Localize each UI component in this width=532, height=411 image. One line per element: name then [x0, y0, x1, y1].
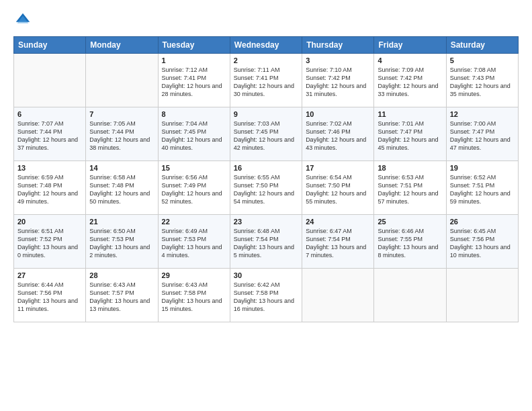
day-number: 14	[89, 164, 154, 172]
day-number: 6	[17, 110, 82, 118]
table-row: 28Sunrise: 6:43 AM Sunset: 7:57 PM Dayli…	[86, 269, 158, 322]
day-detail: Sunrise: 6:54 AM Sunset: 7:50 PM Dayligh…	[306, 173, 370, 206]
logo	[13, 11, 35, 30]
table-row: 29Sunrise: 6:43 AM Sunset: 7:58 PM Dayli…	[158, 269, 230, 322]
calendar: Sunday Monday Tuesday Wednesday Thursday…	[13, 36, 519, 322]
day-detail: Sunrise: 6:55 AM Sunset: 7:50 PM Dayligh…	[234, 173, 298, 206]
day-detail: Sunrise: 7:02 AM Sunset: 7:46 PM Dayligh…	[306, 120, 370, 152]
col-friday: Friday	[374, 37, 446, 54]
day-detail: Sunrise: 6:50 AM Sunset: 7:53 PM Dayligh…	[89, 227, 154, 260]
table-row: 17Sunrise: 6:54 AM Sunset: 7:50 PM Dayli…	[302, 161, 374, 215]
day-number: 23	[234, 218, 298, 226]
day-number: 25	[378, 218, 442, 226]
day-detail: Sunrise: 6:43 AM Sunset: 7:58 PM Dayligh…	[162, 281, 226, 314]
day-detail: Sunrise: 7:12 AM Sunset: 7:41 PM Dayligh…	[162, 66, 226, 99]
day-detail: Sunrise: 6:53 AM Sunset: 7:51 PM Dayligh…	[378, 173, 442, 206]
table-row: 14Sunrise: 6:58 AM Sunset: 7:48 PM Dayli…	[86, 161, 158, 215]
day-detail: Sunrise: 6:45 AM Sunset: 7:56 PM Dayligh…	[450, 227, 515, 260]
day-number: 12	[450, 110, 515, 118]
table-row: 9Sunrise: 7:03 AM Sunset: 7:45 PM Daylig…	[230, 107, 302, 161]
day-number: 24	[306, 218, 370, 226]
table-row	[14, 54, 86, 107]
col-saturday: Saturday	[446, 37, 518, 54]
table-row	[302, 269, 374, 322]
day-detail: Sunrise: 6:59 AM Sunset: 7:48 PM Dayligh…	[17, 173, 82, 206]
day-number: 13	[17, 164, 82, 172]
table-row: 1Sunrise: 7:12 AM Sunset: 7:41 PM Daylig…	[158, 54, 230, 107]
day-number: 2	[234, 56, 298, 64]
table-row	[86, 54, 158, 107]
day-number: 18	[378, 164, 442, 172]
day-detail: Sunrise: 6:42 AM Sunset: 7:58 PM Dayligh…	[234, 281, 298, 314]
day-detail: Sunrise: 6:44 AM Sunset: 7:56 PM Dayligh…	[17, 281, 82, 314]
calendar-header-row: Sunday Monday Tuesday Wednesday Thursday…	[14, 37, 519, 54]
table-row	[374, 269, 446, 322]
day-number: 5	[450, 56, 515, 64]
table-row: 18Sunrise: 6:53 AM Sunset: 7:51 PM Dayli…	[374, 161, 446, 215]
day-detail: Sunrise: 6:58 AM Sunset: 7:48 PM Dayligh…	[89, 173, 154, 206]
day-number: 1	[162, 56, 226, 64]
logo-icon	[13, 11, 32, 30]
day-number: 20	[17, 218, 82, 226]
table-row: 25Sunrise: 6:46 AM Sunset: 7:55 PM Dayli…	[374, 215, 446, 269]
day-detail: Sunrise: 6:48 AM Sunset: 7:54 PM Dayligh…	[234, 227, 298, 260]
table-row: 8Sunrise: 7:04 AM Sunset: 7:45 PM Daylig…	[158, 107, 230, 161]
day-number: 9	[234, 110, 298, 118]
day-number: 15	[162, 164, 226, 172]
day-detail: Sunrise: 7:07 AM Sunset: 7:44 PM Dayligh…	[17, 120, 82, 152]
day-number: 10	[306, 110, 370, 118]
day-detail: Sunrise: 6:47 AM Sunset: 7:54 PM Dayligh…	[306, 227, 370, 260]
day-detail: Sunrise: 7:11 AM Sunset: 7:41 PM Dayligh…	[234, 66, 298, 99]
col-wednesday: Wednesday	[230, 37, 302, 54]
day-detail: Sunrise: 7:03 AM Sunset: 7:45 PM Dayligh…	[234, 120, 298, 152]
day-detail: Sunrise: 6:51 AM Sunset: 7:52 PM Dayligh…	[17, 227, 82, 260]
table-row: 16Sunrise: 6:55 AM Sunset: 7:50 PM Dayli…	[230, 161, 302, 215]
day-number: 29	[162, 271, 226, 279]
table-row: 13Sunrise: 6:59 AM Sunset: 7:48 PM Dayli…	[14, 161, 86, 215]
day-detail: Sunrise: 7:04 AM Sunset: 7:45 PM Dayligh…	[162, 120, 226, 152]
day-number: 8	[162, 110, 226, 118]
day-number: 19	[450, 164, 515, 172]
day-number: 11	[378, 110, 442, 118]
table-row: 24Sunrise: 6:47 AM Sunset: 7:54 PM Dayli…	[302, 215, 374, 269]
table-row: 26Sunrise: 6:45 AM Sunset: 7:56 PM Dayli…	[446, 215, 518, 269]
day-number: 7	[89, 110, 154, 118]
table-row: 19Sunrise: 6:52 AM Sunset: 7:51 PM Dayli…	[446, 161, 518, 215]
header	[13, 11, 519, 30]
day-detail: Sunrise: 7:05 AM Sunset: 7:44 PM Dayligh…	[89, 120, 154, 152]
table-row: 10Sunrise: 7:02 AM Sunset: 7:46 PM Dayli…	[302, 107, 374, 161]
day-number: 3	[306, 56, 370, 64]
day-detail: Sunrise: 6:46 AM Sunset: 7:55 PM Dayligh…	[378, 227, 442, 260]
table-row: 3Sunrise: 7:10 AM Sunset: 7:42 PM Daylig…	[302, 54, 374, 107]
day-number: 21	[89, 218, 154, 226]
table-row: 27Sunrise: 6:44 AM Sunset: 7:56 PM Dayli…	[14, 269, 86, 322]
day-number: 16	[234, 164, 298, 172]
table-row	[446, 269, 518, 322]
day-detail: Sunrise: 7:00 AM Sunset: 7:47 PM Dayligh…	[450, 120, 515, 152]
day-number: 17	[306, 164, 370, 172]
day-detail: Sunrise: 7:10 AM Sunset: 7:42 PM Dayligh…	[306, 66, 370, 99]
day-detail: Sunrise: 6:49 AM Sunset: 7:53 PM Dayligh…	[162, 227, 226, 260]
page: Sunday Monday Tuesday Wednesday Thursday…	[0, 0, 532, 411]
table-row: 11Sunrise: 7:01 AM Sunset: 7:47 PM Dayli…	[374, 107, 446, 161]
table-row: 5Sunrise: 7:08 AM Sunset: 7:43 PM Daylig…	[446, 54, 518, 107]
table-row: 7Sunrise: 7:05 AM Sunset: 7:44 PM Daylig…	[86, 107, 158, 161]
table-row: 4Sunrise: 7:09 AM Sunset: 7:42 PM Daylig…	[374, 54, 446, 107]
day-detail: Sunrise: 6:56 AM Sunset: 7:49 PM Dayligh…	[162, 173, 226, 206]
table-row: 12Sunrise: 7:00 AM Sunset: 7:47 PM Dayli…	[446, 107, 518, 161]
day-number: 28	[89, 271, 154, 279]
day-detail: Sunrise: 6:43 AM Sunset: 7:57 PM Dayligh…	[89, 281, 154, 314]
day-detail: Sunrise: 7:09 AM Sunset: 7:42 PM Dayligh…	[378, 66, 442, 99]
day-number: 30	[234, 271, 298, 279]
day-number: 4	[378, 56, 442, 64]
table-row: 21Sunrise: 6:50 AM Sunset: 7:53 PM Dayli…	[86, 215, 158, 269]
table-row: 2Sunrise: 7:11 AM Sunset: 7:41 PM Daylig…	[230, 54, 302, 107]
col-monday: Monday	[86, 37, 158, 54]
day-number: 22	[162, 218, 226, 226]
day-detail: Sunrise: 7:01 AM Sunset: 7:47 PM Dayligh…	[378, 120, 442, 152]
col-thursday: Thursday	[302, 37, 374, 54]
col-tuesday: Tuesday	[158, 37, 230, 54]
table-row: 23Sunrise: 6:48 AM Sunset: 7:54 PM Dayli…	[230, 215, 302, 269]
table-row: 15Sunrise: 6:56 AM Sunset: 7:49 PM Dayli…	[158, 161, 230, 215]
day-detail: Sunrise: 7:08 AM Sunset: 7:43 PM Dayligh…	[450, 66, 515, 99]
